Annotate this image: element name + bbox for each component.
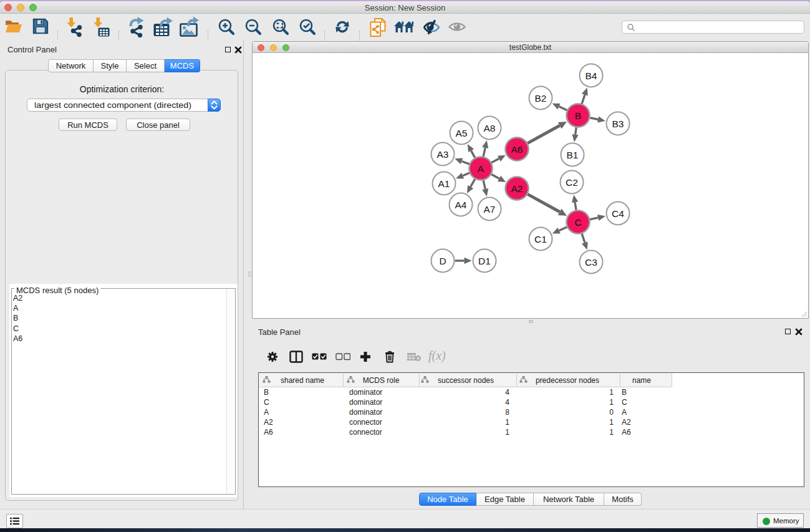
- svg-text:A1: A1: [438, 178, 450, 189]
- svg-text:B2: B2: [535, 93, 547, 104]
- svg-text:A3: A3: [437, 149, 449, 160]
- svg-text:C: C: [574, 217, 581, 228]
- svg-text:A5: A5: [456, 128, 468, 138]
- svg-text:A8: A8: [484, 123, 496, 133]
- svg-text:C2: C2: [566, 177, 578, 188]
- svg-text:A7: A7: [484, 204, 496, 215]
- svg-text:B1: B1: [567, 150, 579, 160]
- svg-text:A6: A6: [511, 144, 523, 155]
- svg-text:A: A: [478, 163, 485, 174]
- svg-text:C3: C3: [585, 257, 597, 268]
- svg-text:B4: B4: [586, 70, 597, 81]
- svg-text:D: D: [439, 256, 446, 266]
- svg-text:C1: C1: [534, 234, 547, 244]
- svg-text:B: B: [575, 110, 581, 121]
- svg-text:A2: A2: [511, 183, 523, 194]
- svg-text:D1: D1: [478, 256, 491, 266]
- svg-text:B3: B3: [612, 118, 624, 129]
- svg-text:A4: A4: [455, 200, 467, 210]
- svg-text:C4: C4: [612, 208, 624, 219]
